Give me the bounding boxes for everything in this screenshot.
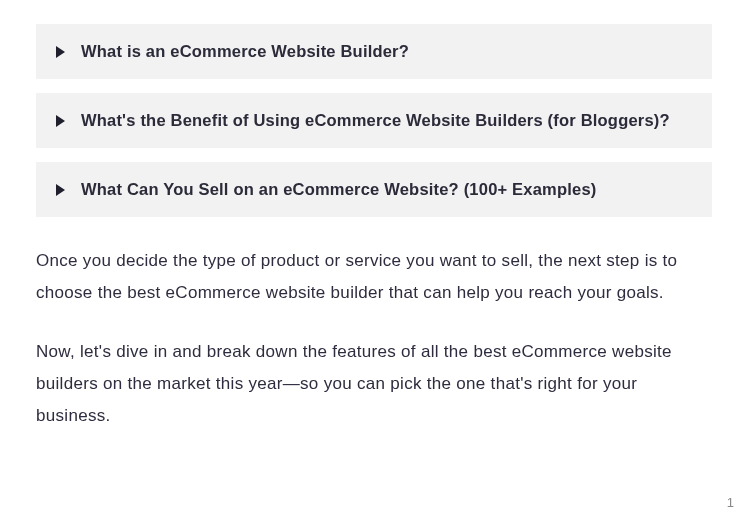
accordion-item-1[interactable]: What is an eCommerce Website Builder? [36, 24, 712, 79]
triangle-right-icon [56, 184, 65, 196]
accordion-title: What is an eCommerce Website Builder? [81, 42, 409, 61]
triangle-right-icon [56, 115, 65, 127]
body-text: Once you decide the type of product or s… [36, 245, 712, 432]
accordion-item-2[interactable]: What's the Benefit of Using eCommerce We… [36, 93, 712, 148]
accordion-item-3[interactable]: What Can You Sell on an eCommerce Websit… [36, 162, 712, 217]
paragraph-1: Once you decide the type of product or s… [36, 245, 712, 310]
accordion-title: What Can You Sell on an eCommerce Websit… [81, 180, 596, 199]
accordion-title: What's the Benefit of Using eCommerce We… [81, 111, 670, 130]
paragraph-2: Now, let's dive in and break down the fe… [36, 336, 712, 433]
triangle-right-icon [56, 46, 65, 58]
page-number: 1 [727, 495, 734, 510]
